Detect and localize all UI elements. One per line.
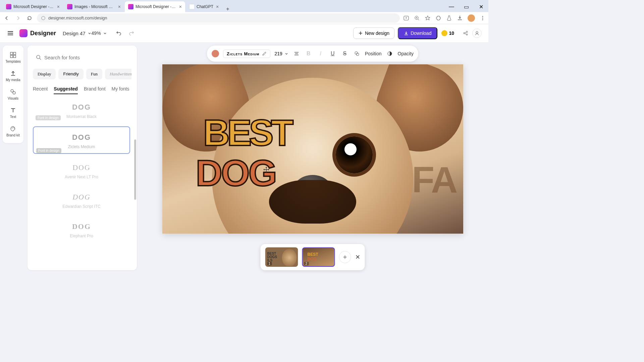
url-text: designer.microsoft.com/design [48,15,107,20]
reload-button[interactable] [25,14,34,22]
text-color-swatch[interactable] [212,50,219,57]
close-window-button[interactable]: ✕ [474,1,488,12]
redo-button[interactable] [126,28,137,38]
menu-icon[interactable] [480,15,486,21]
rail-visuals[interactable]: Visuals [3,85,23,104]
font-name: Ziclets Medium [227,51,259,56]
coins-counter[interactable]: 10 [441,30,454,36]
visuals-icon [10,88,16,95]
tab-1[interactable]: Microsoft Designer - Stunning × [3,1,63,12]
rail-templates[interactable]: Templates [3,48,23,67]
undo-button[interactable] [114,28,124,38]
tab-3[interactable]: Microsoft Designer - Stunning × [125,1,185,12]
labs-icon[interactable] [446,15,452,21]
rail-my-media[interactable]: My media [3,67,23,85]
font-size-selector[interactable]: 219 [274,51,288,56]
font-item[interactable]: DOG Elephant Pro [33,216,130,242]
font-tabs: Recent Suggested Brand font My fonts [33,84,131,94]
design-name-dropdown[interactable]: Design 47 [63,31,92,36]
tab-recent[interactable]: Recent [33,84,48,94]
chevron-down-icon [88,31,92,35]
close-pages-button[interactable]: ✕ [355,253,360,261]
palette-icon [10,125,16,132]
tab-suggested[interactable]: Suggested [54,84,78,94]
search-input[interactable] [44,55,129,60]
templates-icon [10,52,16,58]
canvas-area: Ziclets Medium 219 B I U S Position Opac… [137,42,488,274]
close-icon[interactable]: × [118,4,121,9]
maximize-button[interactable]: ▭ [459,1,474,12]
tab-2[interactable]: Images - Microsoft Designer × [64,1,124,12]
text-fa[interactable]: FA [412,158,457,201]
brand-name: Designer [30,30,56,37]
font-item-selected[interactable]: DOG Ziclets Medium Font in design [33,126,130,154]
artboard[interactable]: BEST DOG FA [162,64,463,234]
tab-title: Images - Microsoft Designer [74,4,115,9]
page-number: 2 [304,262,309,265]
font-name: Avenir Next LT Pro [36,175,127,179]
effects-button[interactable] [353,50,361,58]
new-design-button[interactable]: New design [353,27,394,39]
download-button[interactable]: Download [398,27,437,39]
profile-avatar[interactable] [468,14,475,22]
close-icon[interactable]: × [57,4,60,9]
strike-button[interactable]: S [341,50,349,58]
rail-label: Text [10,115,16,119]
chevron-down-icon [284,52,288,56]
address-bar: designer.microsoft.com/design [0,12,488,24]
close-icon[interactable]: × [216,4,219,9]
page-thumb-1[interactable]: BEST DOGS ILS 1 [265,247,298,267]
add-page-button[interactable] [339,251,351,263]
page-number: 1 [267,262,272,265]
font-panel: Display Friendly Fun Handwritten Mo Rece… [26,42,137,274]
close-icon[interactable]: × [179,4,182,9]
new-tab-button[interactable]: + [223,6,232,12]
svg-point-18 [14,128,14,128]
font-item[interactable]: DOG Avenir Next LT Pro [33,157,130,183]
font-search[interactable] [33,51,131,64]
url-field[interactable]: designer.microsoft.com/design [37,13,400,23]
minimize-button[interactable]: — [444,1,459,12]
main-area: Templates My media Visuals Text Brand ki… [0,42,488,274]
italic-button[interactable]: I [317,50,325,58]
install-icon[interactable] [403,15,409,21]
font-item[interactable]: DOG Montserrat Black Font in design [33,97,130,123]
svg-rect-12 [10,55,13,58]
scrollbar-thumb[interactable] [134,139,136,200]
back-button[interactable] [3,14,11,22]
text-toolbar: Ziclets Medium 219 B I U S Position Opac… [207,46,418,62]
zoom-control[interactable]: 49% [92,31,107,36]
extensions-icon[interactable] [435,15,441,21]
menu-button[interactable] [7,29,14,37]
bookmark-icon[interactable] [425,15,431,21]
tab-my-fonts[interactable]: My fonts [112,84,129,94]
font-selector[interactable]: Ziclets Medium [223,50,270,58]
opacity-button[interactable]: Opacity [398,51,414,56]
share-button[interactable] [461,28,470,38]
cat-friendly[interactable]: Friendly [58,69,83,79]
cat-fun[interactable]: Fun [86,69,102,79]
rail-label: Templates [5,60,21,63]
align-button[interactable] [292,50,301,58]
svg-point-19 [37,55,40,59]
cat-handwritten[interactable]: Handwritten [105,69,131,79]
forward-button[interactable] [14,14,22,22]
zoom-icon[interactable] [414,15,420,21]
page-thumb-2[interactable]: BEST DOG 2 [302,247,335,267]
button-label: Download [411,31,431,36]
rail-text[interactable]: Text [3,104,23,122]
rail-brand-kit[interactable]: Brand kit [3,122,23,140]
text-best[interactable]: BEST [203,111,291,154]
font-item[interactable]: DOG Edwardian Script ITC [33,187,130,213]
downloads-icon[interactable] [457,15,463,21]
text-icon [10,107,16,114]
font-sample: DOG [36,193,127,201]
tab-brand-font[interactable]: Brand font [84,84,106,94]
font-list[interactable]: DOG Montserrat Black Font in design DOG … [33,97,131,265]
bold-button[interactable]: B [305,50,313,58]
account-button[interactable] [472,28,482,38]
cat-display[interactable]: Display [33,69,56,79]
tab-4[interactable]: ChatGPT × [186,1,222,12]
position-button[interactable]: Position [365,51,382,56]
underline-button[interactable]: U [329,50,337,58]
